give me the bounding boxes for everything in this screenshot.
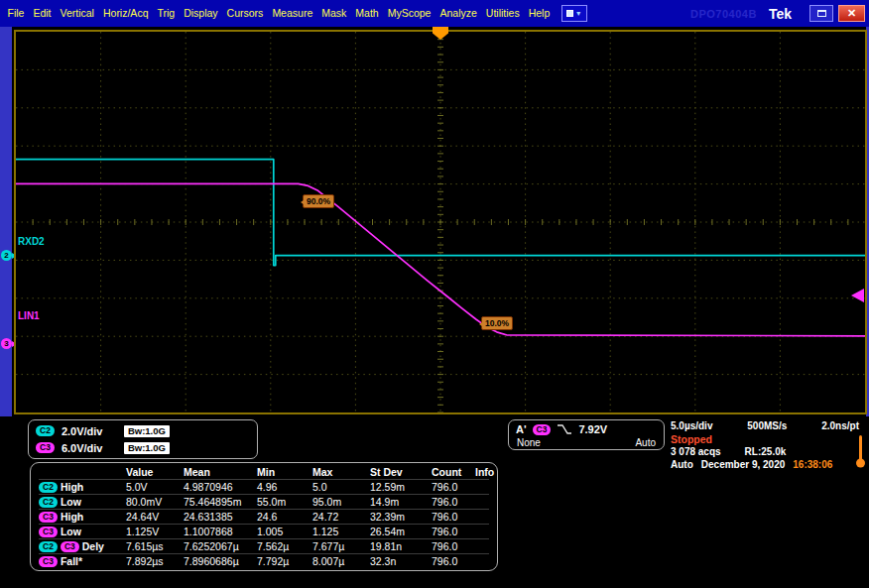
header-min: Min: [257, 466, 312, 478]
measurement-mean: 1.1007868: [184, 526, 257, 537]
channel2-badge[interactable]: C2: [36, 425, 55, 436]
measurement-stdev: 32.39m: [370, 511, 432, 523]
trigger-level-arrow[interactable]: [851, 289, 864, 302]
oscilloscope-screen: { "menu": { "items": ["File","Edit","Ver…: [0, 0, 869, 588]
measurement-source: C2 Low: [39, 496, 126, 508]
toolbar-dropdown-button[interactable]: ▼: [561, 5, 587, 22]
channel2-badge: C2: [39, 482, 58, 493]
channel3-readout: C3 6.0V/div Bw:1.0G: [36, 440, 250, 455]
measurement-count: 796.0: [432, 511, 475, 523]
measurement-value: 80.0mV: [126, 496, 184, 508]
minimize-icon: [817, 10, 826, 17]
header-mean: Mean: [184, 466, 257, 478]
menu-utilities[interactable]: Utilities: [481, 0, 524, 27]
measurement-stdev: 19.81n: [370, 540, 432, 552]
menu-myscope[interactable]: MyScope: [383, 0, 435, 27]
channel3-badge[interactable]: C3: [36, 442, 55, 453]
measurement-count: 796.0: [432, 481, 475, 493]
time-label: 16:38:06: [793, 459, 832, 470]
measurement-source: C3 Low: [39, 526, 126, 537]
measurement-max: 1.125: [312, 526, 370, 537]
menu-display[interactable]: Display: [180, 0, 222, 27]
close-button[interactable]: ✕: [838, 5, 865, 22]
measurement-max: 7.677µ: [312, 540, 370, 552]
measurement-stdev: 14.9m: [370, 496, 432, 508]
menu-trig[interactable]: Trig: [153, 0, 180, 27]
trace-label-rxd2: RXD2: [18, 236, 45, 247]
trigger-readout-box: A' C3 7.92V None Auto: [508, 419, 665, 450]
measurement-label: Fall*: [61, 555, 82, 567]
toolbar-dropdown-icon: [566, 10, 573, 17]
left-edge-strip: [0, 27, 12, 416]
menu-measure[interactable]: Measure: [268, 0, 317, 27]
channel2-badge: C2: [39, 541, 58, 552]
channel2-scale[interactable]: 2.0V/div: [62, 425, 117, 437]
trigger-mode: Auto: [635, 437, 656, 448]
measurement-value: 7.892µs: [126, 555, 184, 567]
measurement-count: 796.0: [432, 555, 475, 567]
measurement-mean: 7.6252067µ: [184, 540, 257, 552]
measurement-count: 796.0: [432, 496, 475, 508]
menu-mask[interactable]: Mask: [317, 0, 351, 27]
measurement-min: 55.0m: [257, 496, 312, 508]
datetime-row: Auto December 9, 2020 16:38:06: [671, 459, 859, 470]
header-stdev: St Dev: [370, 466, 432, 478]
timebase: 5.0µs/div: [671, 420, 712, 431]
menu-analyze[interactable]: Analyze: [435, 0, 481, 27]
measurement-label: Dely: [82, 540, 104, 552]
channel2-readout: C2 2.0V/div Bw:1.0G: [36, 423, 250, 438]
waveform-svg: [16, 32, 865, 412]
callout-10-percent: 10.0%: [481, 316, 513, 330]
minimize-button[interactable]: [809, 5, 833, 22]
menu-bar: File Edit Vertical Horiz/Acq Trig Displa…: [0, 0, 869, 27]
measurement-source: C2 C3 Dely: [39, 540, 126, 552]
measurement-mean: 75.464895m: [184, 496, 257, 508]
falling-edge-icon: [557, 424, 572, 434]
trace-label-lin1: LIN1: [18, 310, 40, 321]
measurement-label: Low: [61, 526, 81, 537]
horizontal-readout-row: 5.0µs/div 500MS/s 2.0ns/pt: [671, 420, 859, 431]
measurement-min: 24.6: [257, 511, 312, 523]
menu-vertical[interactable]: Vertical: [56, 0, 98, 27]
tek-logo: Tek: [769, 6, 792, 22]
measurement-value: 5.0V: [126, 481, 184, 493]
graticule: RXD2 LIN1 90.0% 10.0%: [14, 30, 867, 414]
waveform-display-area: 2 3 RXD2 LIN1 90.0% 10.0%: [0, 27, 869, 416]
measurement-value: 1.125V: [126, 526, 184, 537]
date-label: December 9, 2020: [701, 459, 786, 470]
menu-math[interactable]: Math: [351, 0, 383, 27]
acq-count-row: 3 078 acqs RL:25.0k: [671, 446, 859, 457]
menu-edit[interactable]: Edit: [29, 0, 56, 27]
channel2-bandwidth: Bw:1.0G: [124, 425, 170, 437]
menu-help[interactable]: Help: [524, 0, 555, 27]
measurement-stdev: 32.3n: [370, 555, 432, 567]
record-length: RL:25.0k: [745, 446, 787, 457]
measurement-value: 24.64V: [126, 511, 184, 523]
bottom-panel: C2 2.0V/div Bw:1.0G C3 6.0V/div Bw:1.0G …: [0, 416, 869, 588]
channel3-position-marker[interactable]: 3: [1, 338, 12, 349]
channel2-badge: C2: [39, 497, 58, 508]
trigger-source-badge: C3: [533, 424, 552, 435]
measurement-min: 7.562µ: [257, 540, 312, 552]
trigger-level-value: 7.92V: [578, 423, 607, 435]
acq-count: 3 078 acqs: [671, 446, 721, 457]
close-icon: ✕: [847, 7, 856, 20]
channel3-scale[interactable]: 6.0V/div: [62, 442, 117, 454]
measurement-label: High: [61, 481, 83, 493]
measurement-row-delay: C2 C3 Dely 7.615µs 7.6252067µ 7.562µ 7.6…: [39, 538, 489, 553]
header-info: Info: [475, 466, 494, 478]
measurement-min: 4.96: [257, 481, 312, 493]
trigger-mode-row: None Auto: [516, 437, 657, 448]
measurement-row-fall: C3 Fall* 7.892µs 7.8960686µ 7.792µ 8.007…: [39, 553, 489, 568]
trigger-holdoff: None: [517, 437, 541, 448]
measurement-label: Low: [61, 496, 81, 508]
menu-horiz-acq[interactable]: Horiz/Acq: [98, 0, 153, 27]
measurement-value: 7.615µs: [126, 540, 184, 552]
channel2-position-marker[interactable]: 2: [1, 250, 12, 261]
menu-cursors[interactable]: Cursors: [222, 0, 268, 27]
measurement-stdev: 26.54m: [370, 526, 432, 537]
menu-file[interactable]: File: [3, 0, 29, 27]
callout-90-percent: 90.0%: [303, 194, 334, 208]
header-max: Max: [312, 466, 370, 478]
trigger-mode-status: Auto: [671, 459, 693, 470]
